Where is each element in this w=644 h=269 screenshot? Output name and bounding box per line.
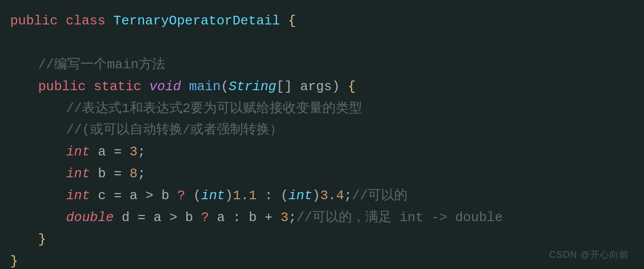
code-editor: public class TernaryOperatorDetail { //编… (0, 0, 644, 269)
code-line-3: //编写一个main方法 (10, 54, 644, 76)
code-line-6: //(或可以自动转换/或者强制转换） (10, 119, 644, 141)
comment-4: //可以的 (352, 185, 407, 207)
open-brace-class: { (288, 10, 296, 32)
code-line-10: double d = a > b ? a : b + 3 ; //可以的，满足 … (10, 207, 644, 229)
comment-2: //表达式1和表达式2要为可以赋给接收变量的类型 (66, 98, 362, 120)
code-line-7: int a = 3 ; (10, 141, 644, 163)
code-line-9: int c = a > b ? (int)1.1 : (int)3.4 ; //… (10, 185, 644, 207)
code-line-8: int b = 8 ; (10, 163, 644, 185)
comment-5: //可以的，满足 int -> double (297, 207, 503, 229)
code-line-11: } (10, 229, 644, 251)
comment-3: //(或可以自动转换/或者强制转换） (66, 119, 283, 141)
class-name: TernaryOperatorDetail (113, 10, 280, 32)
watermark: CSDN @开心向前 (549, 249, 629, 261)
keyword-class: class (66, 10, 105, 32)
keyword-public: public (10, 10, 58, 32)
code-line-1: public class TernaryOperatorDetail { (10, 10, 644, 32)
method-main: main (189, 76, 221, 98)
code-line-4: public static void main ( String [] args… (10, 76, 644, 98)
comment-1: //编写一个main方法 (38, 54, 165, 76)
code-line-5: //表达式1和表达式2要为可以赋给接收变量的类型 (10, 98, 644, 120)
code-line-2 (10, 32, 644, 54)
